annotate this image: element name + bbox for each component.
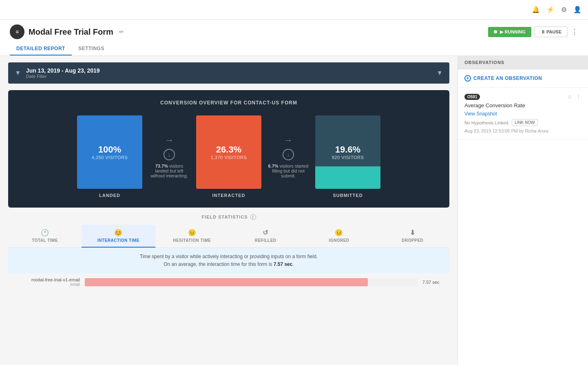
- obs-date: Aug 23, 2019 12:53:05 PM by Richa Arora: [464, 128, 581, 133]
- obs-id-badge: O591: [464, 94, 480, 100]
- obs-title: Average Conversion Rate: [464, 102, 581, 108]
- tab-detailed-report[interactable]: DETAILED REPORT: [10, 42, 72, 55]
- bar-fill-1: [85, 278, 368, 286]
- pause-label: ⏸ PAUSE: [541, 29, 561, 34]
- pause-button[interactable]: ⏸ PAUSE: [535, 27, 568, 37]
- running-dot: [494, 30, 497, 33]
- settings-icon[interactable]: ⚙: [561, 6, 567, 13]
- bar-field-name: modal-free-trial-v1-email: [15, 277, 80, 282]
- conversion-flow: 100% 4,250 VISITORS LANDED → ↓ 73.7% vis…: [16, 115, 441, 198]
- obs-card-header: O591 ☆ ⋮: [464, 93, 581, 100]
- plus-circle-icon: +: [464, 75, 471, 82]
- arrow-pct-2: 6.7%: [268, 164, 278, 168]
- interacted-label: INTERACTED: [212, 193, 245, 198]
- arrow-right-2: →: [284, 135, 293, 146]
- page-header: ≡ Modal Free Trial Form ✏ ▶ RUNNING ⏸ PA…: [0, 20, 588, 56]
- arrow-text-2: 6.7% visitors started filling but did no…: [268, 164, 309, 178]
- drop-icon-1: ↓: [164, 149, 175, 160]
- submitted-percentage: 19.6%: [335, 144, 360, 155]
- box-landed: 100% 4,250 VISITORS: [77, 115, 142, 189]
- stage-submitted: 19.6% 920 VISITORS SUBMITTED: [315, 115, 380, 198]
- interaction-time-label: INTERACTION TIME: [97, 238, 139, 243]
- hesitation-time-icon: 😐: [188, 229, 197, 237]
- running-label: ▶ RUNNING: [500, 29, 525, 35]
- landed-visitors: 4,250 VISITORS: [92, 155, 128, 160]
- title-left: ≡ Modal Free Trial Form ✏: [10, 24, 124, 39]
- obs-hypothesis: No Hypothesis Linked. LINK NOW: [464, 119, 581, 126]
- view-snapshot-link[interactable]: View Snapshot: [464, 111, 581, 117]
- bar-label-1: modal-free-trial-v1-email email: [15, 277, 80, 287]
- tab-interaction-time[interactable]: 😊 INTERACTION TIME: [82, 225, 155, 248]
- bar-row-1: modal-free-trial-v1-email email 7.57 sec: [8, 273, 449, 291]
- filter-chevron-icon: ▼: [436, 69, 443, 77]
- hesitation-time-label: HESITATION TIME: [173, 238, 211, 243]
- info-icon[interactable]: i: [250, 214, 256, 220]
- box-interacted: 26.3% 1,370 VISITORS: [196, 115, 261, 189]
- chart-title: CONVERSION OVERVIEW FOR CONTACT-US FORM: [16, 100, 441, 106]
- desc-avg-time: 7.57 sec: [274, 261, 293, 267]
- main-content: ▼ Jun 13, 2019 - Aug 23, 2019 Date Filte…: [0, 56, 458, 365]
- desc-period: .: [292, 261, 294, 267]
- observations-header: OBSERVATIONS: [458, 56, 588, 69]
- interaction-time-icon: 😊: [114, 229, 123, 237]
- tab-dropped[interactable]: ⬇ DROPPED: [376, 225, 449, 248]
- submitted-label: SUBMITTED: [333, 193, 363, 198]
- ignored-label: IGNORED: [329, 238, 349, 243]
- more-button[interactable]: ⋮: [571, 27, 578, 36]
- user-icon[interactable]: 👤: [573, 6, 581, 13]
- page-tabs: DETAILED REPORT SeTtinGS: [10, 42, 578, 55]
- filter-label: Date Filter: [26, 74, 100, 79]
- form-icon-glyph: ≡: [15, 29, 19, 35]
- desc-line2-text: On an average, the interaction time for …: [164, 261, 272, 267]
- submitted-teal-bar: [315, 166, 380, 189]
- arrow-2: → ↓ 6.7% visitors started filling but di…: [261, 135, 315, 178]
- refilled-icon: ↺: [263, 229, 268, 237]
- total-time-icon: 🕐: [41, 229, 49, 237]
- filter-icon: ▼: [15, 69, 21, 77]
- title-row: ≡ Modal Free Trial Form ✏ ▶ RUNNING ⏸ PA…: [10, 24, 578, 39]
- tab-hesitation-time[interactable]: 😐 HESITATION TIME: [155, 225, 229, 248]
- bar-value-1: 7.57 sec: [422, 280, 443, 285]
- stat-description: Time spent by a visitor while actively i…: [8, 248, 449, 273]
- tab-total-time[interactable]: 🕐 TOTAL TIME: [8, 225, 82, 248]
- bar-field-sub: email: [15, 282, 80, 287]
- hypothesis-text: No Hypothesis Linked.: [464, 120, 509, 125]
- link-now-button[interactable]: LINK NOW: [512, 119, 537, 126]
- stage-interacted: 26.3% 1,370 VISITORS INTERACTED: [196, 115, 261, 198]
- tab-settings[interactable]: SeTtinGS: [72, 42, 111, 55]
- desc-line1: Time spent by a visitor while actively i…: [16, 253, 441, 261]
- observation-card-1: O591 ☆ ⋮ Average Conversion Rate View Sn…: [458, 88, 588, 139]
- title-right: ▶ RUNNING ⏸ PAUSE ⋮: [488, 27, 578, 37]
- running-button[interactable]: ▶ RUNNING: [488, 27, 531, 37]
- edit-icon[interactable]: ✏: [119, 29, 124, 35]
- desc-line2: On an average, the interaction time for …: [16, 261, 441, 268]
- tab-refilled[interactable]: ↺ REFILLED: [229, 225, 302, 248]
- arrow-text-1: 73.7% visitors landed but left without i…: [149, 164, 190, 178]
- dropped-label: DROPPED: [402, 238, 423, 243]
- ignored-icon: 😐: [335, 229, 343, 237]
- star-icon[interactable]: ☆: [567, 93, 573, 100]
- interacted-percentage: 26.3%: [216, 144, 241, 155]
- filter-bar[interactable]: ▼ Jun 13, 2019 - Aug 23, 2019 Date Filte…: [8, 62, 449, 84]
- nav-right: 🔔 ⚡ ⚙ 👤: [532, 6, 581, 13]
- interacted-visitors: 1,370 VISITORS: [211, 155, 247, 160]
- stat-tabs: 🕐 TOTAL TIME 😊 INTERACTION TIME 😐 HESITA…: [8, 225, 449, 248]
- field-stats-header: FIELD STATISTICS i: [8, 214, 449, 220]
- observations-sidebar: OBSERVATIONS + CREATE AN OBSERVATION O59…: [458, 56, 588, 365]
- filter-info: Jun 13, 2019 - Aug 23, 2019 Date Filter: [26, 67, 100, 79]
- filter-bar-left: ▼ Jun 13, 2019 - Aug 23, 2019 Date Filte…: [15, 67, 100, 79]
- obs-card-actions: ☆ ⋮: [567, 93, 581, 100]
- activity-icon[interactable]: ⚡: [546, 6, 555, 13]
- filter-date: Jun 13, 2019 - Aug 23, 2019: [26, 67, 100, 74]
- conversion-chart: CONVERSION OVERVIEW FOR CONTACT-US FORM …: [8, 90, 449, 208]
- main-layout: ▼ Jun 13, 2019 - Aug 23, 2019 Date Filte…: [0, 56, 588, 365]
- stage-landed: 100% 4,250 VISITORS LANDED: [77, 115, 142, 198]
- form-icon: ≡: [10, 24, 24, 39]
- obs-more-icon[interactable]: ⋮: [576, 93, 581, 100]
- tab-ignored[interactable]: 😐 IGNORED: [302, 225, 376, 248]
- create-observation-button[interactable]: + CREATE AN OBSERVATION: [458, 69, 588, 88]
- bell-icon[interactable]: 🔔: [532, 6, 540, 13]
- bar-track-1: [85, 278, 418, 286]
- page-title: Modal Free Trial Form: [29, 27, 113, 37]
- box-submitted: 19.6% 920 VISITORS: [315, 115, 380, 189]
